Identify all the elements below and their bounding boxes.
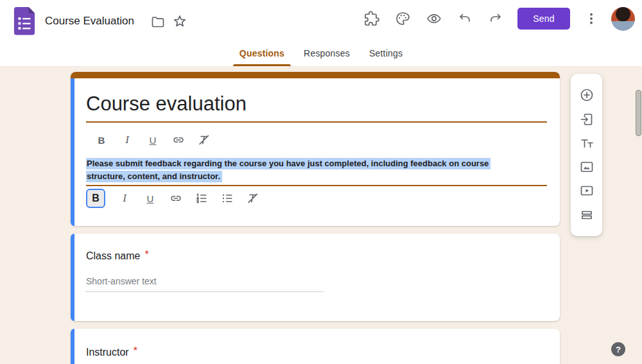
document-title[interactable]: Course Evaluation (45, 15, 134, 28)
redo-icon[interactable] (488, 11, 503, 26)
tab-questions[interactable]: Questions (230, 40, 294, 66)
app-header: Course Evaluation S (0, 0, 642, 67)
theme-color-bar (71, 72, 560, 78)
required-asterisk: * (134, 345, 137, 356)
tab-settings-label: Settings (369, 48, 403, 58)
add-title-description-icon[interactable] (579, 135, 594, 151)
question-card-class-name[interactable]: Class name* Short-answer text (71, 234, 560, 321)
add-video-icon[interactable] (579, 183, 594, 198)
card-stripe (71, 234, 74, 321)
add-section-icon[interactable] (579, 207, 594, 223)
bold-button-active[interactable]: B (86, 189, 105, 208)
account-avatar[interactable] (611, 7, 635, 31)
add-image-icon[interactable] (579, 159, 594, 175)
underline-button[interactable]: U (143, 191, 158, 206)
add-question-icon[interactable] (579, 87, 594, 103)
insert-toolbar (571, 74, 602, 236)
card-stripe (71, 329, 74, 364)
italic-button[interactable]: I (117, 191, 132, 206)
form-description-input[interactable]: Please submit feedback regarding the cou… (86, 157, 548, 183)
italic-button[interactable]: I (119, 132, 135, 148)
forms-logo-icon[interactable] (13, 6, 36, 35)
required-asterisk: * (144, 249, 148, 260)
preview-eye-icon[interactable] (426, 11, 442, 26)
underline-button[interactable]: U (145, 132, 160, 148)
editor-tabs: Questions Responses Settings (0, 40, 642, 66)
insert-link-icon[interactable] (168, 191, 184, 206)
google-forms-editor: Course Evaluation S (0, 0, 642, 364)
more-options-icon[interactable] (584, 11, 599, 26)
add-ons-puzzle-icon[interactable] (364, 11, 379, 26)
tab-settings[interactable]: Settings (360, 40, 412, 66)
question-card-instructor[interactable]: Instructor* (71, 329, 560, 364)
vertical-scrollbar-thumb[interactable] (636, 90, 641, 136)
title-format-toolbar: B I U (94, 132, 212, 148)
import-questions-icon[interactable] (579, 112, 594, 127)
form-title-input[interactable]: Course evaluation (86, 92, 547, 123)
tab-responses[interactable]: Responses (294, 40, 360, 66)
star-icon[interactable] (172, 13, 187, 29)
bulleted-list-icon[interactable] (220, 191, 235, 206)
send-button[interactable]: Send (517, 8, 570, 30)
undo-icon[interactable] (457, 11, 473, 26)
short-answer-placeholder: Short-answer text (86, 276, 324, 292)
question-label[interactable]: Class name* (86, 250, 149, 262)
bold-button[interactable]: B (94, 132, 109, 148)
tab-responses-label: Responses (304, 48, 350, 58)
description-format-toolbar: B I U (86, 189, 261, 208)
help-button[interactable]: ? (611, 342, 625, 356)
customize-theme-palette-icon[interactable] (395, 11, 410, 26)
question-label[interactable]: Instructor* (86, 347, 137, 358)
clear-formatting-icon[interactable] (245, 191, 261, 206)
description-line: structure, content, and instructor. (86, 170, 548, 183)
clear-formatting-icon[interactable] (196, 132, 212, 148)
form-header-card[interactable]: Course evaluation B I U Please submit fe… (71, 72, 560, 226)
active-tab-underline (233, 64, 291, 66)
description-line: Please submit feedback regarding the cou… (86, 157, 548, 170)
insert-link-icon[interactable] (171, 132, 186, 148)
description-focus-underline (86, 185, 547, 186)
move-to-folder-icon[interactable] (150, 14, 164, 28)
tab-questions-label: Questions (239, 48, 284, 58)
selected-card-stripe (71, 78, 74, 226)
numbered-list-icon[interactable] (194, 191, 209, 206)
